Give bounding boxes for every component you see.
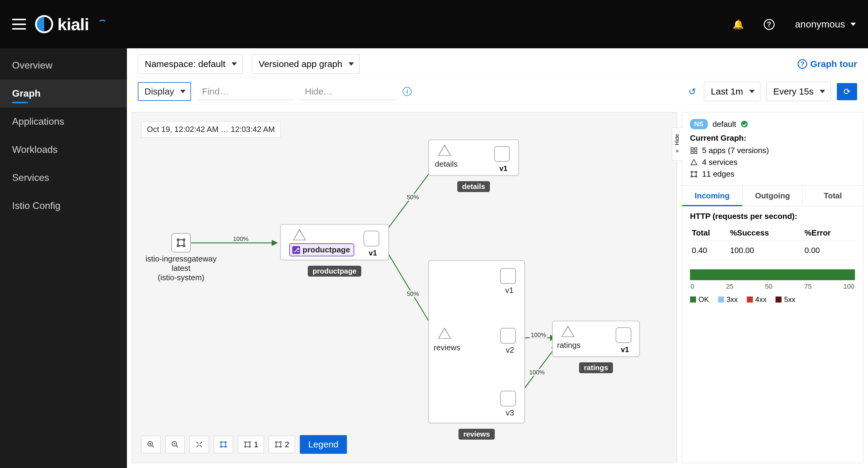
duration-select[interactable]: Last 1m: [704, 82, 761, 101]
workload-icon: [500, 391, 516, 406]
nav-graph[interactable]: Graph: [0, 79, 127, 107]
edge-label: 50%: [406, 194, 420, 201]
graph-tour-link[interactable]: ? Graph tour: [798, 59, 857, 69]
svg-point-39: [691, 171, 692, 172]
workload-icon: [500, 268, 516, 284]
hide-input[interactable]: [300, 83, 397, 100]
nav-overview[interactable]: Overview: [0, 51, 127, 79]
help-icon[interactable]: ?: [764, 19, 775, 30]
layout-2-button[interactable]: 2: [269, 436, 295, 453]
tab-total[interactable]: Total: [803, 186, 863, 206]
apps-icon: [690, 147, 698, 155]
vs-badge-label: productpage: [303, 245, 350, 255]
axis-tick: 0: [690, 282, 694, 291]
node-caption: reviews: [459, 429, 495, 440]
panel-hide-label: Hide: [674, 134, 680, 145]
find-input[interactable]: [197, 83, 294, 100]
legend-5xx: 5xx: [784, 295, 795, 304]
brand: kiali: [35, 14, 89, 34]
display-options-label: Display: [145, 86, 174, 96]
layout-1-button[interactable]: 1: [238, 436, 264, 453]
caret-down-icon: [819, 90, 825, 93]
graph-tour-label: Graph tour: [810, 59, 857, 69]
nav-workloads[interactable]: Workloads: [0, 136, 127, 164]
traffic-axis: 0 25 50 75 100: [690, 280, 855, 291]
virtual-service-icon: ⎇: [292, 246, 300, 254]
panel-hide-toggle[interactable]: Hide »: [672, 127, 682, 161]
node-label: istio-ingressgateway latest (istio-syste…: [139, 254, 223, 282]
axis-tick: 75: [804, 282, 811, 291]
td-total: 0.40: [690, 241, 728, 260]
svg-point-25: [225, 446, 226, 447]
layout-default-button[interactable]: [214, 436, 233, 453]
node-app-ratings[interactable]: ratings v1 ratings: [552, 321, 640, 357]
node-caption: details: [457, 181, 490, 192]
version-label: v1: [499, 164, 507, 173]
refresh-button[interactable]: ⟳: [837, 83, 857, 100]
stat-services: 4 services: [702, 158, 738, 167]
hamburger-menu-icon[interactable]: [12, 19, 26, 30]
user-menu[interactable]: anonymous: [795, 19, 856, 30]
node-app-details[interactable]: details v1 details: [428, 139, 519, 176]
traffic-bar-ok: [690, 269, 855, 280]
replay-icon[interactable]: ↺: [688, 86, 696, 97]
health-ok-icon: [741, 121, 748, 127]
svg-rect-34: [691, 148, 693, 150]
service-label: ratings: [557, 341, 581, 350]
axis-tick: 100: [843, 282, 855, 291]
display-options-button[interactable]: Display: [138, 82, 191, 101]
svg-point-31: [280, 441, 281, 443]
nav-services[interactable]: Services: [0, 164, 127, 192]
user-name: anonymous: [795, 19, 845, 30]
svg-point-33: [280, 446, 281, 447]
workload-icon: [494, 146, 510, 162]
tab-outgoing[interactable]: Outgoing: [743, 186, 803, 206]
legend-button[interactable]: Legend: [300, 435, 347, 454]
nav-applications[interactable]: Applications: [0, 107, 127, 136]
chevron-right-icon: »: [676, 148, 679, 154]
http-table: Total %Success %Error 0.40 100.00 0.00: [690, 225, 855, 260]
main: Namespace: default Versioned app graph ?…: [127, 48, 868, 468]
version-label: v1: [621, 345, 629, 354]
caret-down-icon: [749, 90, 755, 93]
service-icon: [561, 326, 575, 337]
tab-incoming[interactable]: Incoming: [682, 186, 743, 206]
zoom-in-button[interactable]: [141, 436, 160, 453]
svg-rect-35: [694, 148, 697, 150]
find-hide-help-icon[interactable]: i: [403, 87, 412, 96]
nav-istio-config[interactable]: Istio Config: [0, 192, 127, 220]
namespace-select-label: Namespace: default: [145, 59, 225, 69]
svg-point-23: [225, 441, 226, 443]
caret-down-icon: [180, 90, 186, 93]
stat-apps: 5 apps (7 versions): [702, 146, 769, 155]
node-app-reviews[interactable]: reviews v1 v2 v3 reviews: [428, 260, 525, 423]
brand-name: kiali: [57, 14, 89, 34]
svg-point-22: [220, 441, 221, 443]
toolbar-primary: Namespace: default Versioned app graph ?…: [127, 48, 868, 77]
svg-point-26: [245, 441, 246, 443]
version-label: v2: [506, 345, 514, 355]
namespace-select[interactable]: Namespace: default: [138, 54, 243, 74]
traffic-legend: OK 3xx 4xx 5xx: [690, 291, 855, 304]
graph-type-select[interactable]: Versioned app graph: [252, 54, 360, 74]
swatch-4xx-icon: [747, 297, 753, 303]
edge-label: 100%: [529, 332, 547, 338]
notifications-icon[interactable]: 🔔: [733, 19, 744, 30]
zoom-out-button[interactable]: [165, 436, 185, 453]
node-ingress-gateway[interactable]: istio-ingressgateway latest (istio-syste…: [172, 233, 191, 253]
graph-canvas[interactable]: Oct 19, 12:02:42 AM … 12:03:42 AM: [132, 112, 677, 463]
sidebar: Overview Graph Applications Workloads Se…: [0, 48, 127, 468]
node-app-productpage[interactable]: ⎇ productpage v1 productpage: [280, 224, 389, 260]
svg-point-28: [245, 446, 246, 447]
th-error: %Error: [803, 225, 855, 241]
svg-point-14: [183, 245, 185, 247]
refresh-interval-select[interactable]: Every 15s: [767, 82, 831, 101]
svg-point-27: [249, 441, 250, 443]
toolbar-secondary: Display i ↺ Last 1m Every 15s ⟳: [127, 77, 868, 107]
fit-button[interactable]: [189, 436, 209, 453]
services-icon: [690, 159, 698, 166]
svg-point-11: [177, 239, 179, 241]
layout-2-label: 2: [285, 440, 289, 449]
svg-point-32: [276, 446, 277, 447]
workload-icon: [500, 328, 516, 344]
